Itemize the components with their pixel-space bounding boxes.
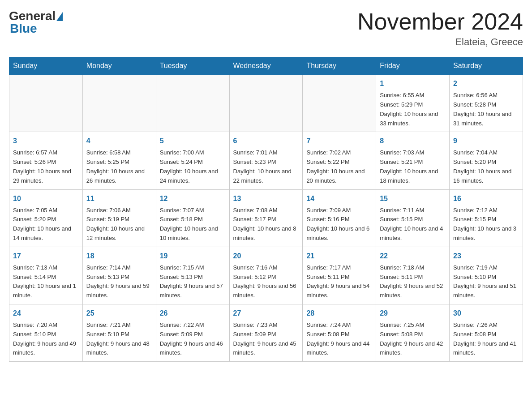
- day-number: 12: [160, 193, 226, 204]
- weekday-header-monday: Monday: [82, 57, 156, 75]
- day-number: 27: [233, 308, 299, 319]
- calendar-cell: 29Sunrise: 7:25 AMSunset: 5:08 PMDayligh…: [376, 304, 450, 361]
- calendar-cell: [9, 75, 83, 132]
- cell-content: Sunrise: 7:02 AMSunset: 5:22 PMDaylight:…: [306, 148, 372, 185]
- calendar-cell: 5Sunrise: 7:00 AMSunset: 5:24 PMDaylight…: [156, 132, 229, 189]
- cell-content: Sunrise: 7:25 AMSunset: 5:08 PMDaylight:…: [380, 321, 446, 358]
- day-number: 19: [160, 251, 226, 261]
- cell-content: Sunrise: 7:19 AMSunset: 5:10 PMDaylight:…: [453, 263, 519, 300]
- cell-content: Sunrise: 7:04 AMSunset: 5:20 PMDaylight:…: [453, 148, 519, 185]
- calendar-cell: 2Sunrise: 6:56 AMSunset: 5:28 PMDaylight…: [450, 75, 523, 132]
- day-number: 24: [13, 308, 79, 319]
- day-number: 21: [306, 251, 372, 261]
- day-number: 7: [306, 136, 372, 146]
- day-number: 23: [453, 251, 519, 261]
- day-number: 14: [306, 193, 372, 204]
- calendar-cell: 25Sunrise: 7:21 AMSunset: 5:10 PMDayligh…: [82, 304, 156, 361]
- calendar-cell: 10Sunrise: 7:05 AMSunset: 5:20 PMDayligh…: [9, 189, 83, 247]
- calendar-cell: 18Sunrise: 7:14 AMSunset: 5:13 PMDayligh…: [82, 247, 156, 304]
- calendar-cell: 23Sunrise: 7:19 AMSunset: 5:10 PMDayligh…: [450, 247, 523, 304]
- calendar-cell: [82, 75, 156, 132]
- calendar-cell: 13Sunrise: 7:08 AMSunset: 5:17 PMDayligh…: [229, 189, 303, 247]
- calendar-cell: 8Sunrise: 7:03 AMSunset: 5:21 PMDaylight…: [376, 132, 450, 189]
- cell-content: Sunrise: 7:20 AMSunset: 5:10 PMDaylight:…: [13, 321, 79, 358]
- weekday-header-saturday: Saturday: [450, 57, 523, 75]
- week-row-4: 17Sunrise: 7:13 AMSunset: 5:14 PMDayligh…: [9, 247, 523, 304]
- calendar-cell: 12Sunrise: 7:07 AMSunset: 5:18 PMDayligh…: [156, 189, 229, 247]
- cell-content: Sunrise: 7:14 AMSunset: 5:13 PMDaylight:…: [86, 263, 152, 300]
- weekday-header-thursday: Thursday: [303, 57, 376, 75]
- week-row-2: 3Sunrise: 6:57 AMSunset: 5:26 PMDaylight…: [9, 132, 523, 189]
- cell-content: Sunrise: 7:01 AMSunset: 5:23 PMDaylight:…: [233, 148, 299, 185]
- week-row-5: 24Sunrise: 7:20 AMSunset: 5:10 PMDayligh…: [9, 304, 523, 361]
- cell-content: Sunrise: 7:00 AMSunset: 5:24 PMDaylight:…: [160, 148, 226, 185]
- day-number: 26: [160, 308, 226, 319]
- cell-content: Sunrise: 6:57 AMSunset: 5:26 PMDaylight:…: [13, 148, 79, 185]
- page-header: General Blue November 2024 Elateia, Gree…: [9, 9, 523, 48]
- calendar-cell: 21Sunrise: 7:17 AMSunset: 5:11 PMDayligh…: [303, 247, 376, 304]
- logo-blue: Blue: [10, 21, 63, 36]
- day-number: 18: [86, 251, 152, 261]
- day-number: 3: [13, 136, 79, 146]
- day-number: 29: [380, 308, 446, 319]
- calendar-cell: 6Sunrise: 7:01 AMSunset: 5:23 PMDaylight…: [229, 132, 303, 189]
- day-number: 2: [453, 78, 519, 89]
- logo-triangle-icon: [56, 12, 63, 21]
- cell-content: Sunrise: 7:26 AMSunset: 5:08 PMDaylight:…: [453, 321, 519, 358]
- cell-content: Sunrise: 7:15 AMSunset: 5:13 PMDaylight:…: [160, 263, 226, 300]
- calendar-cell: 20Sunrise: 7:16 AMSunset: 5:12 PMDayligh…: [229, 247, 303, 304]
- day-number: 15: [380, 193, 446, 204]
- calendar-cell: [229, 75, 303, 132]
- calendar-cell: 30Sunrise: 7:26 AMSunset: 5:08 PMDayligh…: [450, 304, 523, 361]
- cell-content: Sunrise: 7:12 AMSunset: 5:15 PMDaylight:…: [453, 206, 519, 243]
- calendar-cell: [303, 75, 376, 132]
- calendar-cell: 11Sunrise: 7:06 AMSunset: 5:19 PMDayligh…: [82, 189, 156, 247]
- cell-content: Sunrise: 7:05 AMSunset: 5:20 PMDaylight:…: [13, 206, 79, 243]
- weekday-header-friday: Friday: [376, 57, 450, 75]
- calendar-cell: 27Sunrise: 7:23 AMSunset: 5:09 PMDayligh…: [229, 304, 303, 361]
- calendar-cell: [156, 75, 229, 132]
- calendar-cell: 26Sunrise: 7:22 AMSunset: 5:09 PMDayligh…: [156, 304, 229, 361]
- calendar-cell: 16Sunrise: 7:12 AMSunset: 5:15 PMDayligh…: [450, 189, 523, 247]
- day-number: 5: [160, 136, 226, 146]
- logo-general: General: [9, 9, 56, 23]
- day-number: 17: [13, 251, 79, 261]
- cell-content: Sunrise: 7:06 AMSunset: 5:19 PMDaylight:…: [86, 206, 152, 243]
- cell-content: Sunrise: 7:21 AMSunset: 5:10 PMDaylight:…: [86, 321, 152, 358]
- title-block: November 2024 Elateia, Greece: [357, 9, 523, 48]
- weekday-header-wednesday: Wednesday: [229, 57, 303, 75]
- cell-content: Sunrise: 7:16 AMSunset: 5:12 PMDaylight:…: [233, 263, 299, 300]
- cell-content: Sunrise: 7:03 AMSunset: 5:21 PMDaylight:…: [380, 148, 446, 185]
- calendar-cell: 1Sunrise: 6:55 AMSunset: 5:29 PMDaylight…: [376, 75, 450, 132]
- day-number: 20: [233, 251, 299, 261]
- cell-content: Sunrise: 7:08 AMSunset: 5:17 PMDaylight:…: [233, 206, 299, 243]
- day-number: 22: [380, 251, 446, 261]
- weekday-header-sunday: Sunday: [9, 57, 83, 75]
- weekday-header-row: SundayMondayTuesdayWednesdayThursdayFrid…: [9, 57, 523, 75]
- calendar-cell: 9Sunrise: 7:04 AMSunset: 5:20 PMDaylight…: [450, 132, 523, 189]
- cell-content: Sunrise: 7:11 AMSunset: 5:15 PMDaylight:…: [380, 206, 446, 243]
- calendar-cell: 4Sunrise: 6:58 AMSunset: 5:25 PMDaylight…: [82, 132, 156, 189]
- week-row-1: 1Sunrise: 6:55 AMSunset: 5:29 PMDaylight…: [9, 75, 523, 132]
- cell-content: Sunrise: 7:24 AMSunset: 5:08 PMDaylight:…: [306, 321, 372, 358]
- cell-content: Sunrise: 7:13 AMSunset: 5:14 PMDaylight:…: [13, 263, 79, 300]
- cell-content: Sunrise: 6:56 AMSunset: 5:28 PMDaylight:…: [453, 91, 519, 128]
- cell-content: Sunrise: 6:58 AMSunset: 5:25 PMDaylight:…: [86, 148, 152, 185]
- page-title: November 2024: [357, 9, 523, 34]
- day-number: 11: [86, 193, 152, 204]
- day-number: 13: [233, 193, 299, 204]
- cell-content: Sunrise: 7:07 AMSunset: 5:18 PMDaylight:…: [160, 206, 226, 243]
- cell-content: Sunrise: 7:18 AMSunset: 5:11 PMDaylight:…: [380, 263, 446, 300]
- cell-content: Sunrise: 7:09 AMSunset: 5:16 PMDaylight:…: [306, 206, 372, 243]
- cell-content: Sunrise: 7:22 AMSunset: 5:09 PMDaylight:…: [160, 321, 226, 358]
- day-number: 25: [86, 308, 152, 319]
- day-number: 4: [86, 136, 152, 146]
- calendar-cell: 7Sunrise: 7:02 AMSunset: 5:22 PMDaylight…: [303, 132, 376, 189]
- calendar-cell: 17Sunrise: 7:13 AMSunset: 5:14 PMDayligh…: [9, 247, 83, 304]
- calendar-cell: 3Sunrise: 6:57 AMSunset: 5:26 PMDaylight…: [9, 132, 83, 189]
- calendar-cell: 19Sunrise: 7:15 AMSunset: 5:13 PMDayligh…: [156, 247, 229, 304]
- calendar-cell: 24Sunrise: 7:20 AMSunset: 5:10 PMDayligh…: [9, 304, 83, 361]
- week-row-3: 10Sunrise: 7:05 AMSunset: 5:20 PMDayligh…: [9, 189, 523, 247]
- day-number: 6: [233, 136, 299, 146]
- calendar-cell: 15Sunrise: 7:11 AMSunset: 5:15 PMDayligh…: [376, 189, 450, 247]
